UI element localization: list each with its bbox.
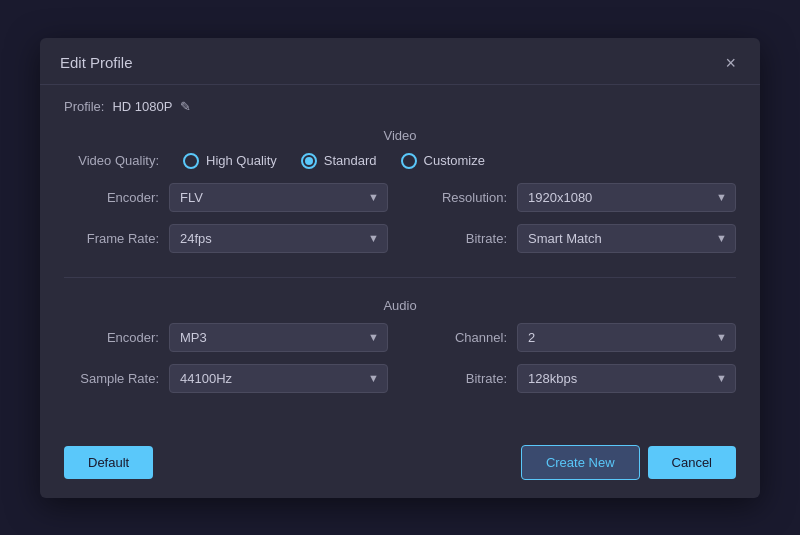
video-quality-group: Video Quality: High Quality Standard Cus… bbox=[40, 153, 760, 183]
radio-high-quality[interactable]: High Quality bbox=[183, 153, 277, 169]
frame-rate-label: Frame Rate: bbox=[64, 231, 159, 246]
audio-bitrate-label: Bitrate: bbox=[412, 371, 507, 386]
frame-rate-select-wrapper: 24fps 25fps 30fps 60fps ▼ bbox=[169, 224, 388, 253]
video-form-grid: Encoder: FLV H.264 H.265 MPEG-4 AVI ▼ Re… bbox=[40, 183, 760, 269]
cancel-button[interactable]: Cancel bbox=[648, 446, 736, 479]
profile-label: Profile: bbox=[64, 99, 104, 114]
dialog-footer: Default Create New Cancel bbox=[40, 431, 760, 498]
encoder-select-wrapper: FLV H.264 H.265 MPEG-4 AVI ▼ bbox=[169, 183, 388, 212]
audio-bitrate-select-wrapper: 128kbps 64kbps 192kbps 256kbps 320kbps ▼ bbox=[517, 364, 736, 393]
radio-circle-high bbox=[183, 153, 199, 169]
video-bitrate-row: Bitrate: Smart Match 1000kbps 2000kbps 4… bbox=[412, 224, 736, 253]
sample-rate-select[interactable]: 44100Hz 22050Hz 48000Hz 96000Hz bbox=[169, 364, 388, 393]
encoder-label: Encoder: bbox=[64, 190, 159, 205]
audio-section-label: Audio bbox=[64, 298, 736, 313]
channel-select-wrapper: 1 2 6 ▼ bbox=[517, 323, 736, 352]
resolution-row: Resolution: 1920x1080 1280x720 854x480 6… bbox=[412, 183, 736, 212]
video-section-label: Video bbox=[64, 128, 736, 143]
radio-circle-customize bbox=[401, 153, 417, 169]
radio-customize[interactable]: Customize bbox=[401, 153, 485, 169]
frame-rate-row: Frame Rate: 24fps 25fps 30fps 60fps ▼ bbox=[64, 224, 388, 253]
audio-separator bbox=[64, 277, 736, 278]
profile-row: Profile: HD 1080P ✎ bbox=[40, 85, 760, 122]
profile-value: HD 1080P bbox=[112, 99, 172, 114]
encoder-row: Encoder: FLV H.264 H.265 MPEG-4 AVI ▼ bbox=[64, 183, 388, 212]
audio-encoder-select-wrapper: MP3 AAC WAV FLAC ▼ bbox=[169, 323, 388, 352]
radio-standard[interactable]: Standard bbox=[301, 153, 377, 169]
channel-row: Channel: 1 2 6 ▼ bbox=[412, 323, 736, 352]
sample-rate-row: Sample Rate: 44100Hz 22050Hz 48000Hz 960… bbox=[64, 364, 388, 393]
encoder-select[interactable]: FLV H.264 H.265 MPEG-4 AVI bbox=[169, 183, 388, 212]
video-bitrate-label: Bitrate: bbox=[412, 231, 507, 246]
edit-profile-icon[interactable]: ✎ bbox=[180, 99, 191, 114]
create-new-button[interactable]: Create New bbox=[521, 445, 640, 480]
audio-bitrate-select[interactable]: 128kbps 64kbps 192kbps 256kbps 320kbps bbox=[517, 364, 736, 393]
resolution-select[interactable]: 1920x1080 1280x720 854x480 640x360 bbox=[517, 183, 736, 212]
video-quality-label: Video Quality: bbox=[64, 153, 159, 168]
video-section-header: Video bbox=[40, 122, 760, 153]
resolution-select-wrapper: 1920x1080 1280x720 854x480 640x360 ▼ bbox=[517, 183, 736, 212]
channel-select[interactable]: 1 2 6 bbox=[517, 323, 736, 352]
title-bar: Edit Profile × bbox=[40, 38, 760, 85]
audio-encoder-select[interactable]: MP3 AAC WAV FLAC bbox=[169, 323, 388, 352]
audio-section-header: Audio bbox=[40, 292, 760, 323]
radio-label-customize: Customize bbox=[424, 153, 485, 168]
frame-rate-select[interactable]: 24fps 25fps 30fps 60fps bbox=[169, 224, 388, 253]
video-bitrate-select[interactable]: Smart Match 1000kbps 2000kbps 4000kbps 8… bbox=[517, 224, 736, 253]
footer-right-buttons: Create New Cancel bbox=[521, 445, 736, 480]
audio-bitrate-row: Bitrate: 128kbps 64kbps 192kbps 256kbps … bbox=[412, 364, 736, 393]
audio-encoder-label: Encoder: bbox=[64, 330, 159, 345]
radio-circle-standard bbox=[301, 153, 317, 169]
channel-label: Channel: bbox=[412, 330, 507, 345]
audio-form-grid: Encoder: MP3 AAC WAV FLAC ▼ Channel: 1 2… bbox=[40, 323, 760, 409]
dialog-title: Edit Profile bbox=[60, 54, 133, 71]
sample-rate-label: Sample Rate: bbox=[64, 371, 159, 386]
video-bitrate-select-wrapper: Smart Match 1000kbps 2000kbps 4000kbps 8… bbox=[517, 224, 736, 253]
edit-profile-dialog: Edit Profile × Profile: HD 1080P ✎ Video… bbox=[40, 38, 760, 498]
default-button[interactable]: Default bbox=[64, 446, 153, 479]
resolution-label: Resolution: bbox=[412, 190, 507, 205]
close-button[interactable]: × bbox=[721, 52, 740, 74]
radio-label-high: High Quality bbox=[206, 153, 277, 168]
sample-rate-select-wrapper: 44100Hz 22050Hz 48000Hz 96000Hz ▼ bbox=[169, 364, 388, 393]
radio-label-standard: Standard bbox=[324, 153, 377, 168]
audio-encoder-row: Encoder: MP3 AAC WAV FLAC ▼ bbox=[64, 323, 388, 352]
